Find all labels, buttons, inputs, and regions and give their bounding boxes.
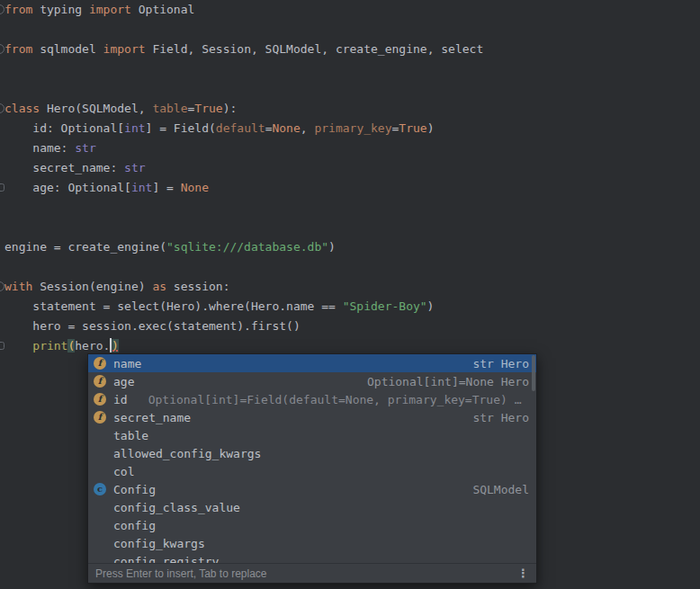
completion-item-secret_name[interactable]: fsecret_namestr Hero <box>88 408 536 426</box>
field-icon: f <box>94 393 106 406</box>
code-token: default <box>216 121 265 135</box>
code-token: print <box>32 339 67 353</box>
gutter-icon[interactable] <box>0 281 4 291</box>
code-line[interactable]: hero = session.exec(statement).first() <box>0 317 700 336</box>
code-token: typing <box>32 3 89 16</box>
code-line[interactable] <box>0 257 700 277</box>
code-token: name: <box>4 141 75 155</box>
code-line[interactable]: id: Optional[int] = Field(default=None, … <box>0 119 700 138</box>
code-token: import <box>89 3 131 16</box>
completion-popup: fnamestr HerofageOptional[int]=None Hero… <box>87 353 537 584</box>
gutter-icon[interactable] <box>0 4 4 14</box>
no-icon <box>94 501 106 513</box>
completion-tail: Optional[int]=Field(default=None, primar… <box>148 393 529 406</box>
no-icon <box>94 465 106 477</box>
code-token: Hero(SQLModel, <box>40 102 152 115</box>
field-icon: f <box>94 411 106 424</box>
code-token: ) <box>112 339 119 353</box>
code-line[interactable]: statement = select(Hero).where(Hero.name… <box>0 297 700 317</box>
completion-item-config_registry[interactable]: config_registry <box>88 552 536 563</box>
code-token: int <box>124 121 145 135</box>
code-token: ) <box>427 299 435 313</box>
completion-label: id <box>113 393 128 406</box>
code-line[interactable] <box>0 79 700 99</box>
popup-scrollbar[interactable] <box>532 355 535 391</box>
completion-item-config_kwargs[interactable]: config_kwargs <box>88 534 536 552</box>
completion-item-Config[interactable]: cConfigSQLModel <box>88 480 536 498</box>
code-token: hero. <box>75 339 110 353</box>
code-line[interactable]: from typing import Optional <box>0 0 700 20</box>
code-token: ] = <box>152 181 180 194</box>
completion-list[interactable]: fnamestr HerofageOptional[int]=None Hero… <box>88 354 536 563</box>
gutter-icon[interactable] <box>0 183 4 192</box>
completion-item-id[interactable]: fidOptional[int]=Field(default=None, pri… <box>88 390 536 408</box>
class-icon: c <box>94 483 106 495</box>
code-token: id: Optional[ <box>4 121 124 135</box>
code-token: table <box>152 102 187 115</box>
code-line[interactable]: from sqlmodel import Field, Session, SQL… <box>0 40 700 59</box>
completion-footer: Press Enter to insert, Tab to replace ⋮ <box>88 563 536 583</box>
code-line[interactable]: engine = create_engine("sqlite:///databa… <box>0 237 700 257</box>
completion-item-config[interactable]: config <box>88 516 536 534</box>
code-token: engine = create_engine( <box>4 240 166 254</box>
code-token: sqlmodel <box>32 42 103 56</box>
code-token: ] = Field( <box>146 121 216 135</box>
no-icon <box>94 519 106 531</box>
completion-tail: str Hero <box>472 357 529 370</box>
code-line[interactable] <box>0 198 700 218</box>
code-token: ) <box>328 240 336 254</box>
completion-tail: str Hero <box>472 411 529 424</box>
no-icon <box>94 447 106 460</box>
gutter-icon[interactable] <box>0 342 4 350</box>
completion-label: config_kwargs <box>113 537 205 550</box>
code-token: Field, Session, SQLModel, create_engine,… <box>146 42 484 56</box>
code-token: int <box>131 181 152 194</box>
completion-label: col <box>113 465 134 478</box>
code-lines: from typing import Optionalfrom sqlmodel… <box>0 0 700 356</box>
field-icon: f <box>94 357 106 370</box>
field-icon: f <box>94 375 106 388</box>
code-token: hero = session.exec(statement).first() <box>4 319 301 333</box>
code-token: secret_name: <box>4 161 124 174</box>
completion-label: table <box>113 429 148 442</box>
completion-tail: SQLModel <box>472 483 529 496</box>
code-token: age: Optional[ <box>4 181 131 194</box>
code-token: import <box>103 42 146 56</box>
no-icon <box>94 537 106 549</box>
completion-item-table[interactable]: table <box>88 426 536 444</box>
code-token: True <box>194 102 222 115</box>
code-line[interactable]: secret_name: str <box>0 158 700 178</box>
completion-item-allowed_config_kwargs[interactable]: allowed_config_kwargs <box>88 444 536 462</box>
code-token: ) <box>427 121 435 135</box>
completion-item-config_class_value[interactable]: config_class_value <box>88 498 536 516</box>
more-options-icon[interactable]: ⋮ <box>517 567 529 579</box>
code-token: Session(engine) <box>32 280 152 293</box>
code-token: str <box>75 141 95 155</box>
completion-label: Config <box>113 483 156 496</box>
code-token: , <box>301 121 315 135</box>
code-line[interactable] <box>0 20 700 40</box>
completion-label: allowed_config_kwargs <box>113 447 261 460</box>
code-line[interactable]: with Session(engine) as session: <box>0 277 700 297</box>
code-token: ): <box>223 102 238 115</box>
code-line[interactable]: age: Optional[int] = None <box>0 178 700 198</box>
completion-label: age <box>113 375 134 388</box>
code-token: None <box>272 121 300 135</box>
code-line[interactable] <box>0 218 700 237</box>
completion-label: config_class_value <box>113 501 240 514</box>
completion-item-age[interactable]: fageOptional[int]=None Hero <box>88 372 536 390</box>
code-line[interactable]: class Hero(SQLModel, table=True): <box>0 99 700 119</box>
completion-label: config_registry <box>113 555 219 564</box>
gutter-icon[interactable] <box>0 103 4 113</box>
no-icon <box>94 429 106 442</box>
code-line[interactable] <box>0 59 700 79</box>
code-token: statement = select(Hero).where(Hero.name… <box>4 299 343 313</box>
completion-item-col[interactable]: col <box>88 462 536 480</box>
gutter <box>0 0 9 589</box>
code-token: None <box>181 181 209 194</box>
gutter-icon[interactable] <box>0 44 4 54</box>
completion-item-name[interactable]: fnamestr Hero <box>88 354 536 372</box>
code-line[interactable]: name: str <box>0 138 700 158</box>
code-token: True <box>399 121 426 135</box>
code-token: "sqlite:///database.db" <box>166 240 328 254</box>
